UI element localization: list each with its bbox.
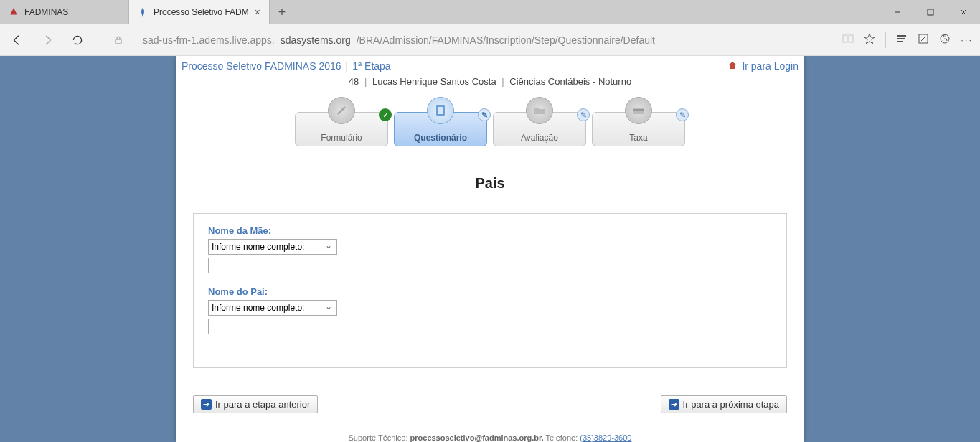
close-icon[interactable]: × bbox=[255, 6, 260, 18]
browser-tab-inactive[interactable]: FADMINAS bbox=[0, 0, 129, 24]
url-text-prefix: sad-us-fm-1.adems.live.apps. bbox=[143, 34, 275, 46]
support-email: processoseletivo@fadminas.org.br. bbox=[410, 433, 544, 442]
input-mother-name[interactable] bbox=[208, 258, 473, 273]
url-bar[interactable]: sad-us-fm-1.adems.live.apps.sdasystems.o… bbox=[138, 34, 832, 46]
url-text-path: /BRA/Admission/FADMINAS/Inscription/Step… bbox=[357, 34, 655, 46]
svg-rect-1 bbox=[928, 9, 933, 15]
forward-button[interactable] bbox=[37, 30, 57, 50]
tab-favicon bbox=[138, 7, 148, 17]
select-father[interactable]: Informe nome completo: bbox=[208, 300, 337, 316]
lock-icon bbox=[108, 30, 128, 50]
step-evaluation[interactable]: ✎ Avaliação bbox=[493, 112, 586, 146]
student-name: Lucas Henrique Santos Costa bbox=[372, 76, 496, 87]
divider bbox=[98, 32, 98, 48]
login-link[interactable]: Ir para Login bbox=[727, 60, 798, 72]
step-fee[interactable]: ✎ Taxa bbox=[592, 112, 685, 146]
page-container: Processo Seletivo FADMINAS 2016 | 1ª Eta… bbox=[176, 56, 804, 442]
select-mother-value: Informe nome completo: bbox=[212, 242, 304, 252]
breadcrumb-process[interactable]: Processo Seletivo FADMINAS 2016 bbox=[182, 60, 341, 72]
breadcrumb-sep: | bbox=[346, 60, 349, 72]
hub-icon[interactable] bbox=[896, 33, 908, 47]
login-link-label: Ir para Login bbox=[742, 60, 798, 72]
field-father: Nome do Pai: Informe nome completo: bbox=[208, 286, 772, 334]
refresh-button[interactable] bbox=[67, 30, 88, 50]
arrow-right-icon: ➔ bbox=[669, 399, 679, 410]
edit-icon: ✎ bbox=[676, 108, 689, 121]
step-nav: ✓ Formulário ✎ Questionário ✎ Avaliação … bbox=[176, 112, 804, 146]
note-icon[interactable] bbox=[918, 33, 929, 47]
star-icon[interactable] bbox=[864, 33, 875, 47]
divider bbox=[885, 32, 886, 48]
step-form[interactable]: ✓ Formulário bbox=[295, 112, 388, 146]
student-course: Ciências Contábeis - Noturno bbox=[509, 76, 631, 87]
page-header: Processo Seletivo FADMINAS 2016 | 1ª Eta… bbox=[176, 56, 804, 75]
step-label: Avaliação bbox=[521, 133, 558, 143]
next-step-label: Ir para a próxima etapa bbox=[683, 399, 779, 410]
section-title: Pais bbox=[176, 175, 804, 192]
svg-rect-16 bbox=[633, 109, 644, 110]
minimize-button[interactable] bbox=[881, 0, 914, 24]
step-label: Formulário bbox=[321, 133, 362, 143]
folder-icon bbox=[526, 97, 553, 124]
maximize-button[interactable] bbox=[914, 0, 947, 24]
tab-favicon bbox=[9, 7, 19, 17]
reading-icon[interactable] bbox=[842, 33, 854, 47]
url-text-domain: sdasystems.org bbox=[281, 34, 351, 46]
share-icon[interactable] bbox=[939, 33, 951, 47]
next-step-button[interactable]: ➔ Ir para a próxima etapa bbox=[661, 395, 787, 413]
svg-rect-15 bbox=[633, 108, 644, 114]
support-label: Suporte Técnico: bbox=[349, 433, 410, 442]
tab-title: FADMINAS bbox=[24, 7, 68, 17]
svg-rect-14 bbox=[438, 107, 443, 114]
home-icon bbox=[727, 60, 738, 72]
edit-icon: ✎ bbox=[577, 108, 590, 121]
clipboard-icon bbox=[427, 97, 454, 124]
select-father-value: Informe nome completo: bbox=[212, 303, 304, 313]
bottom-nav: ➔ Ir para a etapa anterior ➔ Ir para a p… bbox=[193, 395, 787, 413]
select-mother[interactable]: Informe nome completo: bbox=[208, 239, 337, 255]
student-info: 48 | Lucas Henrique Santos Costa | Ciênc… bbox=[176, 75, 804, 90]
phone-label: Telefone: bbox=[546, 433, 580, 442]
back-button[interactable] bbox=[7, 30, 27, 50]
student-id: 48 bbox=[349, 76, 359, 87]
step-label: Taxa bbox=[629, 133, 647, 143]
form-parents: Nome da Mãe: Informe nome completo: Nome… bbox=[193, 213, 787, 368]
input-father-name[interactable] bbox=[208, 319, 473, 334]
viewport: Processo Seletivo FADMINAS 2016 | 1ª Eta… bbox=[0, 56, 980, 442]
browser-tab-active[interactable]: Processo Seletivo FADM × bbox=[129, 0, 270, 24]
breadcrumb-stage[interactable]: 1ª Etapa bbox=[352, 60, 390, 72]
tab-title: Processo Seletivo FADM bbox=[154, 7, 249, 17]
new-tab-button[interactable]: + bbox=[270, 0, 294, 24]
step-label: Questionário bbox=[414, 133, 467, 143]
browser-toolbar: sad-us-fm-1.adems.live.apps.sdasystems.o… bbox=[0, 24, 980, 56]
card-icon bbox=[625, 97, 652, 124]
arrow-left-icon: ➔ bbox=[201, 399, 212, 410]
check-icon: ✓ bbox=[379, 108, 392, 121]
svg-rect-5 bbox=[843, 35, 847, 42]
label-mother: Nome da Mãe: bbox=[208, 225, 772, 236]
support-phone[interactable]: (35)3829-3600 bbox=[580, 433, 631, 442]
svg-rect-6 bbox=[849, 35, 853, 42]
footer: Suporte Técnico: processoseletivo@fadmin… bbox=[176, 432, 804, 442]
more-icon[interactable]: ··· bbox=[961, 34, 973, 45]
pencil-form-icon bbox=[328, 97, 355, 124]
label-father: Nome do Pai: bbox=[208, 286, 772, 297]
step-questionnaire[interactable]: ✎ Questionário bbox=[394, 112, 487, 146]
svg-rect-4 bbox=[116, 39, 121, 44]
close-window-button[interactable] bbox=[947, 0, 980, 24]
browser-titlebar: FADMINAS Processo Seletivo FADM × + bbox=[0, 0, 980, 24]
field-mother: Nome da Mãe: Informe nome completo: bbox=[208, 225, 772, 273]
svg-point-12 bbox=[944, 35, 946, 37]
prev-step-button[interactable]: ➔ Ir para a etapa anterior bbox=[193, 395, 318, 413]
toolbar-right: ··· bbox=[842, 32, 973, 48]
window-controls bbox=[881, 0, 980, 24]
prev-step-label: Ir para a etapa anterior bbox=[215, 399, 310, 410]
edit-icon: ✎ bbox=[478, 108, 491, 121]
